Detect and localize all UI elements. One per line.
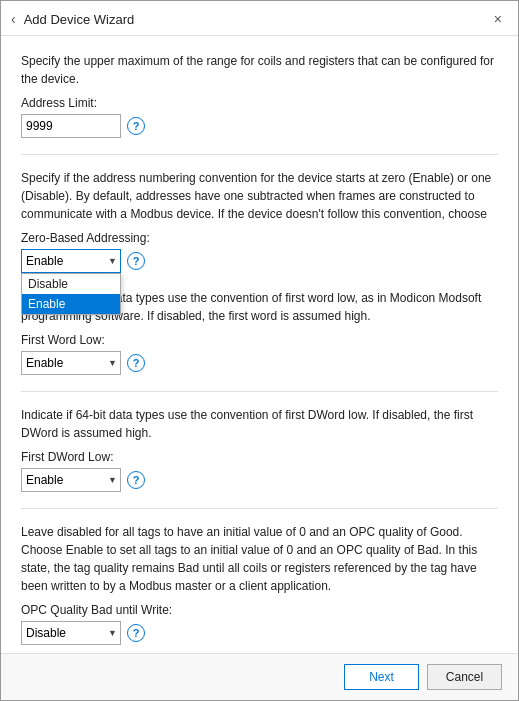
divider-3 <box>21 508 498 509</box>
first-dword-low-row: Enable Disable ▼ ? <box>21 468 498 492</box>
address-limit-description: Specify the upper maximum of the range f… <box>21 52 498 88</box>
address-limit-row: ? <box>21 114 498 138</box>
opc-quality-help-icon[interactable]: ? <box>127 624 145 642</box>
opc-quality-label: OPC Quality Bad until Write: <box>21 603 498 617</box>
wizard-content: Specify the upper maximum of the range f… <box>1 36 518 653</box>
address-limit-label: Address Limit: <box>21 96 498 110</box>
window-title: Add Device Wizard <box>24 12 135 27</box>
first-word-low-label: First Word Low: <box>21 333 498 347</box>
cancel-button[interactable]: Cancel <box>427 664 502 690</box>
first-dword-low-help-icon[interactable]: ? <box>127 471 145 489</box>
first-dword-low-select[interactable]: Enable Disable <box>21 468 121 492</box>
zero-based-dropdown-list: Disable Enable <box>21 273 121 315</box>
divider-1 <box>21 154 498 155</box>
opc-quality-wrapper: Disable Enable ▼ <box>21 621 121 645</box>
zero-based-dropdown-wrapper: Enable ▼ Disable Enable <box>21 249 121 273</box>
opc-quality-row: Disable Enable ▼ ? <box>21 621 498 645</box>
first-word-low-wrapper: Enable Disable ▼ <box>21 351 121 375</box>
first-dword-low-section: Indicate if 64-bit data types use the co… <box>21 406 498 492</box>
zero-based-option-disable[interactable]: Disable <box>22 274 120 294</box>
first-dword-low-description: Indicate if 64-bit data types use the co… <box>21 406 498 442</box>
opc-quality-select[interactable]: Disable Enable <box>21 621 121 645</box>
wizard-footer: Next Cancel <box>1 653 518 700</box>
zero-based-section: Specify if the address numbering convent… <box>21 169 498 273</box>
zero-based-description: Specify if the address numbering convent… <box>21 169 498 223</box>
address-limit-help-icon[interactable]: ? <box>127 117 145 135</box>
title-bar-left: ‹ Add Device Wizard <box>11 11 134 27</box>
first-dword-low-label: First DWord Low: <box>21 450 498 464</box>
next-button[interactable]: Next <box>344 664 419 690</box>
first-word-low-select[interactable]: Enable Disable <box>21 351 121 375</box>
first-word-low-help-icon[interactable]: ? <box>127 354 145 372</box>
wizard-window: ‹ Add Device Wizard × Specify the upper … <box>0 0 519 701</box>
title-bar: ‹ Add Device Wizard × <box>1 1 518 36</box>
zero-based-label: Zero-Based Addressing: <box>21 231 498 245</box>
opc-quality-section: Leave disabled for all tags to have an i… <box>21 523 498 645</box>
divider-2 <box>21 391 498 392</box>
opc-quality-description: Leave disabled for all tags to have an i… <box>21 523 498 595</box>
first-dword-low-wrapper: Enable Disable ▼ <box>21 468 121 492</box>
address-limit-input[interactable] <box>21 114 121 138</box>
first-word-low-row: Enable Disable ▼ ? <box>21 351 498 375</box>
address-limit-section: Specify the upper maximum of the range f… <box>21 52 498 138</box>
zero-based-help-icon[interactable]: ? <box>127 252 145 270</box>
back-button[interactable]: ‹ <box>11 11 16 27</box>
zero-based-row: Enable ▼ Disable Enable ? <box>21 249 498 273</box>
zero-based-select[interactable]: Enable <box>21 249 121 273</box>
zero-based-option-enable[interactable]: Enable <box>22 294 120 314</box>
close-button[interactable]: × <box>488 9 508 29</box>
